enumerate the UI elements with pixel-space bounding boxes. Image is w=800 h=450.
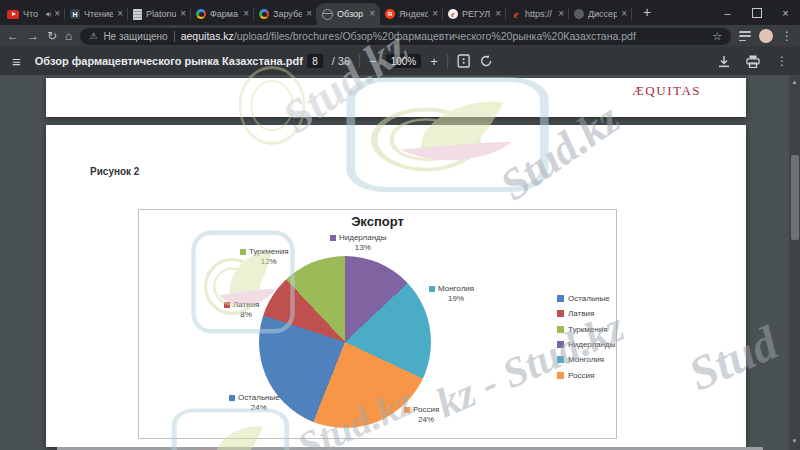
tab-close-button[interactable]: × — [558, 9, 564, 19]
browser-tab[interactable]: Что◄)× — [2, 3, 65, 25]
slice-percent: 19% — [438, 294, 474, 304]
tab-close-button[interactable]: × — [180, 9, 186, 19]
tab-close-button[interactable]: × — [369, 9, 375, 19]
vertical-scrollbar-thumb[interactable] — [791, 155, 799, 240]
series-color-swatch — [229, 395, 235, 401]
browser-tab[interactable]: Обзор× — [317, 3, 380, 25]
tab-label: Зарубе — [273, 9, 302, 19]
legend-label: Остальные — [568, 294, 610, 303]
tab-close-button[interactable]: × — [621, 9, 627, 19]
browser-tab[interactable]: РЕГУЛ× — [443, 3, 506, 25]
pdf-toolbar: ≡ Обзор фармацевтического рынка Казахста… — [0, 47, 800, 75]
pdf-page-current: Рисунок 2 Экспорт Нидерланды13%Монголия1… — [46, 125, 746, 447]
slice-name: Остальные — [238, 393, 280, 403]
browser-tab[interactable]: Диссер× — [569, 3, 632, 25]
pdf-title: Обзор фармацевтического рынка Казахстана… — [35, 55, 303, 67]
window-controls: – × — [713, 0, 800, 25]
maximize-icon — [752, 8, 762, 18]
pie-graphic — [259, 256, 431, 428]
not-secure-warning-icon[interactable]: ⚠ — [89, 31, 97, 41]
browser-tab[interactable]: Чтение× — [65, 3, 128, 25]
pdf-action-buttons: ⋮ — [718, 54, 788, 68]
minimize-button[interactable]: – — [713, 0, 742, 25]
legend-color-swatch — [557, 341, 564, 348]
print-icon[interactable] — [746, 55, 760, 68]
address-bar[interactable]: ⚠ Не защищено aequitas.kz/upload/files/b… — [80, 28, 731, 45]
reading-list-icon[interactable] — [739, 31, 751, 41]
tab-close-button[interactable]: × — [306, 9, 312, 19]
vertical-scrollbar[interactable]: ▲ ▼ — [789, 75, 800, 450]
slice-percent: 24% — [413, 415, 439, 425]
scroll-down-icon[interactable]: ▼ — [789, 438, 800, 444]
tab-strip: Что◄)×Чтение×Platonu×Фарма×Зарубе×Обзор×… — [0, 0, 800, 25]
slice-percent: 12% — [249, 257, 288, 267]
chart-legend: ОстальныеЛатвияТуркменияНидерландыМонгол… — [557, 291, 616, 383]
slice-name: Монголия — [438, 284, 474, 294]
page-number-input[interactable]: 8 — [307, 54, 323, 68]
reload-icon[interactable]: ↻ — [47, 30, 57, 42]
series-color-swatch — [429, 286, 435, 292]
pie-data-label: Туркмения12% — [240, 247, 288, 268]
slice-name: Нидерланды — [339, 233, 387, 243]
tab-label: https:// — [525, 9, 554, 19]
rotate-icon[interactable] — [479, 54, 493, 68]
slice-name: Россия — [413, 405, 439, 415]
slice-percent: 13% — [339, 243, 387, 253]
zoom-in-button[interactable]: + — [430, 54, 438, 69]
slice-name: Туркмения — [249, 247, 288, 257]
security-label: Не защищено — [103, 31, 167, 42]
profile-avatar[interactable] — [759, 29, 773, 43]
fit-to-page-icon[interactable] — [457, 54, 470, 68]
maximize-button[interactable] — [742, 0, 771, 25]
google-icon — [259, 9, 269, 19]
zoom-out-button[interactable]: − — [369, 54, 377, 69]
browser-window: Что◄)×Чтение×Platonu×Фарма×Зарубе×Обзор×… — [0, 0, 800, 450]
browser-tab[interactable]: https://× — [506, 3, 569, 25]
legend-label: Латвия — [568, 309, 594, 318]
legend-color-swatch — [557, 295, 564, 302]
pie-data-label: Латвия8% — [224, 300, 259, 321]
legend-label: Россия — [568, 371, 594, 380]
browser-tab[interactable]: Зарубе× — [254, 3, 317, 25]
scroll-up-icon[interactable]: ▲ — [789, 79, 800, 85]
yandex-icon — [385, 9, 395, 19]
browser-tab[interactable]: Platonu× — [128, 3, 191, 25]
figure-caption: Рисунок 2 — [90, 166, 139, 177]
pdf-page-controls: 8 / 36 − 100% + — [307, 54, 493, 69]
pdf-page-previous: ÆQUITAS — [46, 78, 746, 117]
tab-label: Обзор — [337, 9, 365, 19]
tab-close-button[interactable]: × — [495, 9, 501, 19]
browser-tab[interactable]: Яндекс× — [380, 3, 443, 25]
forward-icon[interactable]: → — [27, 30, 39, 42]
pie-label-text: Остальные24% — [238, 393, 280, 414]
new-tab-button[interactable]: + — [636, 1, 658, 23]
tab-close-button[interactable]: × — [243, 9, 249, 19]
tab-close-button[interactable]: × — [117, 9, 123, 19]
close-window-button[interactable]: × — [771, 0, 800, 25]
tab-label: Чтение — [84, 9, 113, 19]
tab-close-button[interactable]: × — [432, 9, 438, 19]
legend-item: Туркмения — [557, 322, 616, 337]
pie-chart: Экспорт Нидерланды13%Монголия19%Россия24… — [138, 209, 617, 439]
legend-color-swatch — [557, 326, 564, 333]
legend-color-swatch — [557, 310, 564, 317]
pie-label-text: Монголия19% — [438, 284, 474, 305]
browser-tab[interactable]: Фарма× — [191, 3, 254, 25]
pie-label-text: Латвия8% — [233, 300, 259, 321]
tab-audio-icon[interactable]: ◄) — [44, 11, 50, 17]
tab-close-button[interactable]: × — [54, 9, 60, 19]
url-domain: aequitas.kz — [181, 30, 234, 42]
bookmark-star-icon[interactable]: ☆ — [712, 30, 722, 43]
pdf-more-icon[interactable]: ⋮ — [776, 54, 788, 68]
browser-menu-icon[interactable]: ⋮ — [781, 29, 793, 43]
legend-item: Остальные — [557, 291, 616, 306]
legend-item: Монголия — [557, 352, 616, 367]
pie-data-label: Нидерланды13% — [330, 233, 387, 254]
back-icon[interactable]: ← — [7, 30, 19, 42]
legend-item: Нидерланды — [557, 337, 616, 352]
pdf-menu-icon[interactable]: ≡ — [12, 53, 21, 70]
pdf-viewport: ÆQUITAS Рисунок 2 Экспорт Нидерланды13%М… — [0, 75, 800, 450]
download-icon[interactable] — [718, 55, 730, 68]
home-icon[interactable]: ⌂ — [65, 30, 72, 42]
legend-item: Россия — [557, 367, 616, 382]
